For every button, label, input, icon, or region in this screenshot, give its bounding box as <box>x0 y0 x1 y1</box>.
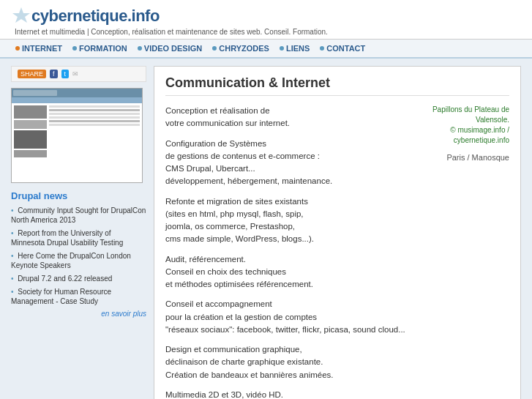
preview-nav <box>12 97 142 103</box>
content-title: Communication & Internet <box>165 75 509 96</box>
news-text-2: Report from the University of Minnesota … <box>11 229 123 247</box>
main-wrapper: SHARE f t ✉ <box>0 59 532 399</box>
content-section-2: Configuration de Systèmes de gestions de… <box>165 138 414 188</box>
nav-dot-videodesign <box>138 46 142 51</box>
content-main-text: Conception et réalisation de votre commu… <box>165 105 414 399</box>
nav-dot-formation <box>72 46 77 51</box>
content-text-7: Multimedia 2D et 3D, vidéo HD. <box>165 390 283 399</box>
preview-img-2 <box>14 120 47 129</box>
location-text: Paris / Manosque <box>422 153 509 162</box>
news-text-4: Drupal 7.2 and 6.22 released <box>18 275 112 283</box>
news-item-1[interactable]: • Community Input Sought for DrupalCon N… <box>11 206 146 225</box>
preview-body <box>12 103 142 161</box>
content-text-1: Conception et réalisation de votre commu… <box>165 106 290 127</box>
news-bullet-5: • <box>11 288 14 296</box>
news-item-3[interactable]: • Here Come the DrupalCon London Keynote… <box>11 251 146 270</box>
preview-img-4 <box>14 150 47 157</box>
preview-img-3 <box>14 130 47 149</box>
preview-right-col <box>49 105 140 159</box>
nav-dot-liens <box>280 46 284 51</box>
news-item-5[interactable]: • Society for Human Resource Management … <box>11 287 146 306</box>
content-text-3: Refonte et migration de sites existants … <box>165 197 314 244</box>
site-preview <box>11 88 143 183</box>
content-section-6: Design et communication graphique, décli… <box>165 343 414 381</box>
nav-label-videodesign: VIDEO DESIGN <box>144 44 202 53</box>
nav-label-internet: INTERNET <box>22 44 62 53</box>
header: cybernetique.info Internet et multimedia… <box>0 0 532 40</box>
content-inner-row: Conception et réalisation de votre commu… <box>165 105 509 399</box>
logo-star-icon <box>11 6 31 26</box>
main-content: SHARE f t ✉ <box>0 59 532 399</box>
nav-dot-chryzodes <box>212 46 217 51</box>
nav-item-formation[interactable]: FORMATION <box>68 42 132 54</box>
content-text-4: Audit, référencement. Conseil en choix d… <box>165 255 313 289</box>
content-section-5: Conseil et accompagnement pour la créati… <box>165 298 414 336</box>
content-section-7: Multimedia 2D et 3D, vidéo HD. <box>165 389 414 399</box>
nav-dot-contact <box>320 46 324 51</box>
preview-img-1 <box>14 105 47 119</box>
drupal-news: Drupal news • Community Input Sought for… <box>11 190 146 318</box>
header-inner: cybernetique.info Internet et multimedia… <box>11 6 521 36</box>
news-text-1: Community Input Sought for DrupalCon Nor… <box>11 206 146 224</box>
news-item-2[interactable]: • Report from the University of Minnesot… <box>11 228 146 247</box>
svg-marker-0 <box>12 7 30 23</box>
content-section-4: Audit, référencement. Conseil en choix d… <box>165 253 414 291</box>
news-bullet-4: • <box>11 275 14 283</box>
nav-label-contact: CONTACT <box>326 44 365 53</box>
share-label[interactable]: SHARE <box>18 70 46 78</box>
content-text-6: Design et communication graphique, décli… <box>165 345 334 379</box>
nav-label-chryzodes: CHRYZODES <box>219 44 269 53</box>
nav-bar: INTERNET FORMATION VIDEO DESIGN CHRYZODE… <box>0 40 532 59</box>
papillons-text: Papillons du Plateau de Valensole. <box>432 105 509 124</box>
preview-left-col <box>14 105 47 159</box>
tagline: Internet et multimedia | Conception, réa… <box>15 28 521 36</box>
preview-header <box>12 89 142 97</box>
papillons-credit: Papillons du Plateau de Valensole. © mus… <box>422 105 509 146</box>
share-extra: ✉ <box>72 70 78 78</box>
nav-label-liens: LIENS <box>286 44 310 53</box>
news-bullet-3: • <box>11 252 14 260</box>
share-bar: SHARE f t ✉ <box>11 66 146 82</box>
news-bullet-2: • <box>11 229 14 237</box>
nav-item-contact[interactable]: CONTACT <box>315 42 370 54</box>
news-text-5: Society for Human Resource Management - … <box>11 288 111 305</box>
credit-text: © musimage.info / cybernetique.info <box>450 126 509 144</box>
content-text-2: Configuration de Systèmes de gestions de… <box>165 139 332 186</box>
content-section-1: Conception et réalisation de votre commu… <box>165 105 414 130</box>
nav-label-formation: FORMATION <box>79 44 127 53</box>
nav-item-chryzodes[interactable]: CHRYZODES <box>208 42 274 54</box>
nav-item-videodesign[interactable]: VIDEO DESIGN <box>133 42 206 54</box>
content-section-3: Refonte et migration de sites existants … <box>165 195 414 246</box>
news-item-4[interactable]: • Drupal 7.2 and 6.22 released <box>11 274 146 283</box>
nav-item-liens[interactable]: LIENS <box>275 42 314 54</box>
content-text-5: Conseil et accompagnement pour la créati… <box>165 299 405 334</box>
news-text-3: Here Come the DrupalCon London Keynote S… <box>11 252 131 269</box>
drupal-news-title: Drupal news <box>11 190 146 201</box>
facebook-icon[interactable]: f <box>50 70 58 78</box>
sidebar: SHARE f t ✉ <box>11 66 146 399</box>
news-bullet-1: • <box>11 206 14 215</box>
logo-text[interactable]: cybernetique.info <box>31 7 160 26</box>
en-savoir-plus-link[interactable]: en savoir plus <box>11 310 146 318</box>
right-column: Papillons du Plateau de Valensole. © mus… <box>422 105 509 399</box>
content-area: Communication & Internet Conception et r… <box>154 66 521 399</box>
nav-dot-internet <box>15 46 20 51</box>
logo-area: cybernetique.info <box>11 6 521 26</box>
nav-item-internet[interactable]: INTERNET <box>11 42 67 54</box>
twitter-icon[interactable]: t <box>61 70 70 78</box>
